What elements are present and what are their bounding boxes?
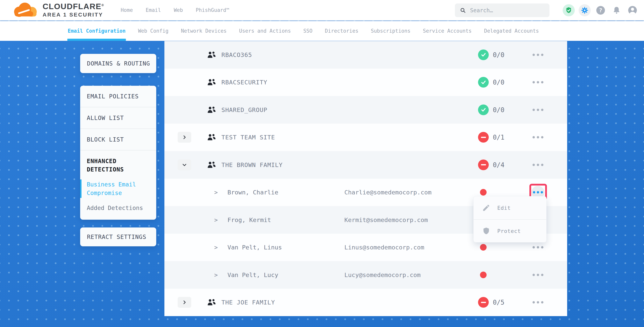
top-nav-item-home[interactable]: Home [121, 7, 133, 13]
expand-group-button[interactable] [178, 132, 191, 143]
sidebar-item-block-list[interactable]: BLOCK LIST [80, 129, 156, 150]
tab-network-devices[interactable]: Network Devices [181, 21, 227, 41]
protection-count: 0/5 [493, 299, 504, 306]
shield-icon [482, 227, 490, 235]
group-row-the-joe-family[interactable]: THE JOE FAMILY0/5 [164, 289, 567, 316]
row-actions-button[interactable] [532, 109, 544, 111]
enhanced-detections-section: ENHANCED DETECTIONS Business Email Compr… [80, 150, 156, 218]
protection-count: 0/1 [493, 134, 504, 141]
tab-sso[interactable]: SSO [303, 21, 312, 41]
tab-subscriptions[interactable]: Subscriptions [371, 21, 410, 41]
status-ok-badge [478, 49, 489, 60]
group-icon [207, 106, 216, 114]
group-row-rbacsecurity[interactable]: RBACSECURITY0/0 [164, 69, 567, 96]
user-icon[interactable] [626, 4, 638, 16]
group-row-shared-group[interactable]: SHARED_GROUP0/0 [164, 96, 567, 124]
retract-settings-label: RETRACT SETTINGS [87, 234, 146, 240]
search-input[interactable] [470, 7, 544, 13]
enhanced-detections-label: ENHANCED DETECTIONS [87, 157, 150, 174]
tab-email-configuration[interactable]: Email Configuration [68, 21, 126, 41]
domains-routing-label: DOMAINS & ROUTING [87, 60, 150, 67]
group-name: RBACO365 [222, 51, 252, 58]
member-name: Van Pelt, Linus [228, 244, 282, 251]
bell-icon[interactable] [610, 4, 622, 16]
group-row-the-brown-family[interactable]: THE BROWN FAMILY0/4 [164, 151, 567, 179]
row-actions-button[interactable] [532, 164, 544, 166]
member-name: Brown, Charlie [228, 189, 278, 196]
status-blocked-badge [478, 159, 489, 170]
row-context-menu: EditProtect [473, 196, 546, 242]
row-actions-button[interactable] [532, 81, 544, 83]
shield-check-icon[interactable] [563, 4, 575, 16]
tab-web-config[interactable]: Web Config [138, 21, 168, 41]
row-actions-button[interactable] [532, 246, 544, 249]
group-name: THE JOE FAMILY [222, 299, 275, 306]
member-caret-icon: > [214, 244, 218, 251]
sidebar-item-email-policies[interactable]: EMAIL POLICIES [80, 86, 156, 107]
protection-count: 0/4 [493, 161, 504, 169]
protection-count: 0/0 [493, 51, 504, 58]
help-icon[interactable]: ? [594, 4, 607, 16]
group-row-rbaco365[interactable]: RBACO3650/0 [164, 41, 567, 69]
sidebar-card-domains-routing[interactable]: DOMAINS & ROUTING [80, 54, 156, 73]
menu-item-edit[interactable]: Edit [474, 196, 546, 219]
member-name: Van Pelt, Lucy [228, 271, 278, 278]
sidebar-card-retract-settings[interactable]: RETRACT SETTINGS [80, 228, 156, 246]
sidebar-subitem-business-email-compromise[interactable]: Business Email Compromise [87, 180, 150, 197]
member-caret-icon: > [214, 216, 218, 223]
search-icon [460, 7, 466, 13]
sidebar-card-email-policies: EMAIL POLICIESALLOW LISTBLOCK LIST ENHAN… [80, 86, 156, 220]
tab-users-and-actions[interactable]: Users and Actions [239, 21, 291, 41]
group-name: THE BROWN FAMILY [222, 161, 283, 168]
status-ok-badge [478, 77, 489, 88]
brand-name: CLOUDFLARE® [42, 2, 104, 10]
expand-group-button[interactable] [178, 297, 191, 308]
svg-text:?: ? [599, 7, 602, 13]
row-actions-button[interactable] [532, 274, 544, 276]
cloudflare-cloud-icon [11, 2, 40, 18]
sidebar-item-allow-list[interactable]: ALLOW LIST [80, 107, 156, 129]
status-unprotected-dot [480, 272, 486, 278]
group-icon [207, 51, 216, 59]
status-blocked-badge [478, 132, 489, 143]
member-email: Kermit@somedemocorp.com [344, 216, 428, 223]
status-ok-badge [478, 104, 489, 115]
pencil-icon [482, 204, 490, 212]
group-icon [207, 161, 216, 169]
group-row-test-team-site[interactable]: TEST TEAM SITE0/1 [164, 124, 567, 151]
group-name: TEST TEAM SITE [222, 134, 275, 141]
protection-count: 0/0 [493, 106, 504, 113]
row-actions-button[interactable] [532, 301, 544, 304]
member-caret-icon: > [214, 271, 218, 278]
status-unprotected-dot [480, 244, 486, 251]
row-actions-button[interactable] [532, 54, 544, 56]
collapse-group-button[interactable] [178, 159, 191, 170]
member-email: Charlie@somedemocorp.com [344, 189, 432, 196]
tab-delegated-accounts[interactable]: Delegated Accounts [484, 21, 539, 41]
sidebar-subitem-added-detections[interactable]: Added Detections [87, 204, 150, 212]
member-email: Linus@somedemocorp.com [344, 244, 424, 251]
group-icon [207, 133, 216, 141]
member-row-van-pelt-lucy[interactable]: >Van Pelt, LucyLucy@somedemocorp.com [164, 261, 567, 289]
section-tabs: Email ConfigurationWeb ConfigNetwork Dev… [0, 21, 644, 41]
top-nav-item-phishguard[interactable]: PhishGuard™ [196, 7, 229, 13]
top-nav-item-email[interactable]: Email [146, 7, 161, 13]
brand-mark: ® [101, 3, 104, 7]
group-name: RBACSECURITY [222, 79, 267, 86]
group-icon [207, 298, 216, 307]
cloudflare-logo: CLOUDFLARE® AREA 1 SECURITY [11, 2, 104, 18]
directory-table: RBACO3650/0RBACSECURITY0/0SHARED_GROUP0/… [164, 41, 567, 316]
member-name: Frog, Kermit [228, 216, 271, 223]
tab-service-accounts[interactable]: Service Accounts [423, 21, 472, 41]
search-box[interactable] [455, 3, 550, 17]
menu-item-protect[interactable]: Protect [474, 219, 546, 242]
member-caret-icon: > [214, 189, 218, 196]
top-header: CLOUDFLARE® AREA 1 SECURITY HomeEmailWeb… [0, 0, 644, 20]
status-blocked-badge [478, 297, 489, 308]
row-actions-button[interactable] [532, 136, 544, 138]
tab-directories[interactable]: Directories [325, 21, 358, 41]
gear-icon[interactable] [579, 4, 591, 16]
status-unprotected-dot [480, 189, 486, 196]
top-nav: HomeEmailWebPhishGuard™ [121, 7, 229, 13]
top-nav-item-web[interactable]: Web [174, 7, 183, 13]
